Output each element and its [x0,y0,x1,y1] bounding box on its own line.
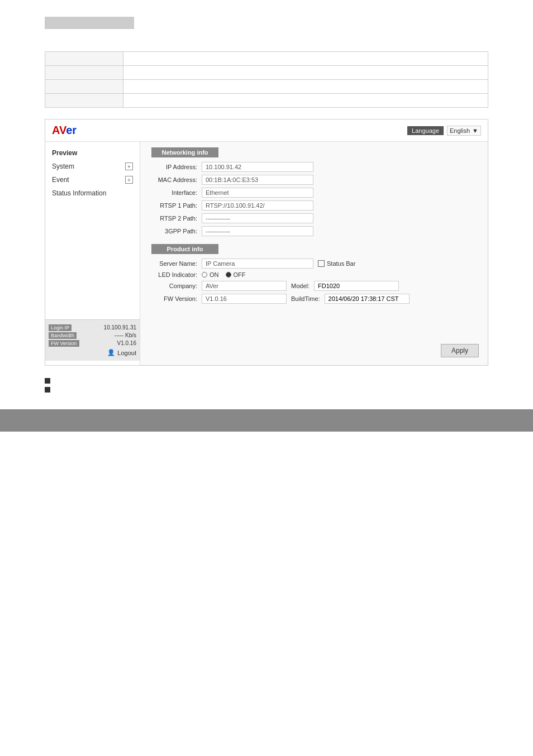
language-value: English [450,127,470,134]
3gpp-row: 3GPP Path: ------------ [151,226,477,236]
fw-version-input[interactable] [202,294,287,304]
bottom-footer [0,409,533,432]
sidebar-item-event[interactable]: Event + [45,173,140,186]
model-input[interactable] [314,281,399,291]
table-cell-label [45,66,123,80]
user-icon: 👤 [107,349,115,356]
table-cell-content [123,52,488,66]
led-indicator-label: LED Indicator: [151,271,202,278]
buildtime-label: BuildTime: [291,295,320,302]
logo-av: AV [52,124,66,136]
sidebar-item-preview[interactable]: Preview [45,146,140,160]
mac-address-row: MAC Address: 00:1B:1A:0C:E3:53 [151,175,477,185]
led-indicator-row: LED Indicator: ON OFF [151,271,477,278]
sidebar-item-preview-label: Preview [52,149,77,157]
model-label: Model: [291,283,310,289]
info-table [45,51,488,108]
fw-version-value: V1.0.16 [117,340,136,347]
apply-button[interactable]: Apply [441,344,479,357]
logout-row[interactable]: 👤 Logout [49,349,136,356]
table-cell-content [123,94,488,108]
top-bar [45,17,134,29]
rtsp1-label: RTSP 1 Path: [151,202,202,209]
server-name-input[interactable] [202,259,313,269]
table-cell-label [45,94,123,108]
server-name-label: Server Name: [151,260,202,267]
fw-version-group: BuildTime: [202,294,410,304]
bullet-item-2 [45,386,488,393]
sidebar-item-status[interactable]: Status Information [45,186,140,200]
table-cell-label [45,52,123,66]
interface-label: Interface: [151,189,202,196]
table-cell-content [123,66,488,80]
bullet-item-1 [45,377,488,384]
language-section: Language English ▼ [407,126,481,136]
server-name-field-group: Status Bar [202,259,355,269]
company-model-group: Model: [202,281,399,291]
rtsp1-row: RTSP 1 Path: RTSP://10.100.91.42/ [151,200,477,210]
led-options: ON OFF [202,271,246,278]
aver-logo: AVer [52,124,77,137]
status-bar-checkbox[interactable] [318,260,325,267]
table-cell-content [123,80,488,94]
app-header: AVer Language English ▼ [45,119,488,142]
table-cell-label [45,80,123,94]
interface-value: Ethernet [202,188,313,198]
fw-version-label: FW Version [49,340,79,347]
ip-address-row: IP Address: 10.100.91.42 [151,162,477,172]
rtsp2-label: RTSP 2 Path: [151,215,202,222]
bandwidth-label: Bandwidth [49,332,77,339]
buildtime-input[interactable] [325,294,410,304]
table-row [45,66,488,80]
right-content: Networking info IP Address: 10.100.91.42… [140,142,488,365]
rtsp2-row: RTSP 2 Path: ------------ [151,213,477,223]
sidebar-item-status-label: Status Information [52,189,106,197]
logo-er: er [66,124,77,136]
rtsp1-value: RTSP://10.100.91.42/ [202,200,313,210]
login-ip-row: Login IP 10.100.91.31 [49,324,136,331]
ip-address-value: 10.100.91.42 [202,162,313,172]
3gpp-label: 3GPP Path: [151,228,202,235]
company-label: Company: [151,283,202,289]
event-expand-icon[interactable]: + [125,176,133,184]
product-section: Product info Server Name: Status Bar LED… [151,244,477,304]
fw-version-field-row: FW Version: BuildTime: [151,294,477,304]
rtsp2-value: ------------ [202,213,313,223]
led-on-radio[interactable] [202,272,207,277]
interface-row: Interface: Ethernet [151,188,477,198]
camera-ui: AVer Language English ▼ Preview System + [45,119,488,366]
led-on-option[interactable]: ON [202,271,219,278]
led-off-radio[interactable] [226,272,231,277]
system-expand-icon[interactable]: + [125,162,133,170]
server-name-row: Server Name: Status Bar [151,259,477,269]
status-bar-checkbox-group: Status Bar [318,260,355,267]
networking-section-header: Networking info [151,147,218,157]
chevron-down-icon: ▼ [472,127,478,134]
sidebar-item-event-label: Event [52,176,69,184]
bullets-section [45,377,488,393]
language-selector[interactable]: English ▼ [447,126,481,136]
company-row: Company: Model: [151,281,477,291]
bullet-icon-2 [45,387,50,393]
table-row [45,80,488,94]
table-row [45,52,488,66]
led-off-option[interactable]: OFF [226,271,246,278]
ip-address-label: IP Address: [151,164,202,170]
product-section-header: Product info [151,244,218,254]
mac-address-label: MAC Address: [151,176,202,183]
table-row [45,94,488,108]
sidebar-item-system-label: System [52,162,74,170]
bandwidth-value: ----- Kb/s [115,332,136,339]
company-input[interactable] [202,281,287,291]
status-bar-label: Status Bar [327,260,355,267]
bullet-icon-1 [45,378,50,384]
sidebar: Preview System + Event + Status Informat… [45,142,140,365]
login-ip-value: 10.100.91.31 [104,324,136,331]
led-on-label: ON [210,271,219,278]
sidebar-item-system[interactable]: System + [45,160,140,173]
login-ip-label: Login IP [49,324,72,331]
logout-label: Logout [117,350,136,356]
fw-version-field-label: FW Version: [151,295,202,302]
language-label: Language [407,126,444,135]
sidebar-bottom-info: Login IP 10.100.91.31 Bandwidth ----- Kb… [45,319,140,361]
